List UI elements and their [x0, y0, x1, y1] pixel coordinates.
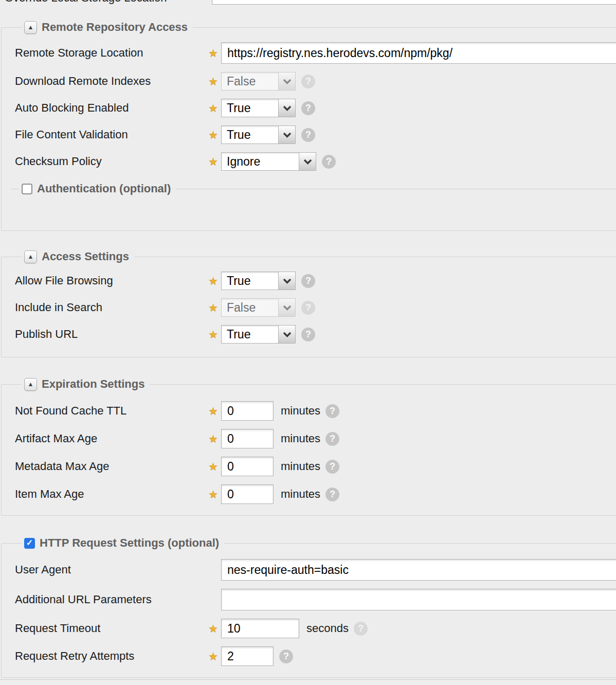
publish-url-row: Publish URL ★ True ?: [15, 325, 616, 344]
request-timeout-input[interactable]: [221, 619, 299, 638]
required-star-icon: ★: [209, 462, 218, 472]
field-label: Remote Storage Location: [15, 46, 209, 60]
section-title: HTTP Request Settings (optional): [40, 536, 219, 550]
request-retry-attempts-input[interactable]: [221, 646, 274, 666]
required-star-icon: ★: [209, 157, 218, 167]
artifact-max-age-input[interactable]: [221, 429, 274, 448]
help-icon[interactable]: ?: [301, 128, 315, 142]
metadata-max-age-input[interactable]: [221, 457, 274, 476]
auto-blocking-enabled-select[interactable]: True: [221, 99, 296, 117]
section-title: Access Settings: [42, 250, 129, 263]
required-star-icon: ★: [209, 330, 218, 339]
collapse-button[interactable]: ▲: [24, 250, 37, 263]
section-title: Authentication (optional): [37, 182, 171, 195]
chevron-down-icon: [278, 299, 295, 316]
help-icon[interactable]: ?: [301, 301, 315, 315]
auto-blocking-enabled-row: Auto Blocking Enabled ★ True ?: [15, 99, 616, 117]
check-icon: ✓: [26, 539, 33, 547]
field-label: Metadata Max Age: [15, 460, 209, 473]
required-star-icon: ★: [209, 77, 218, 86]
access-settings-fieldset: ▲ Access Settings Allow File Browsing ★ …: [1, 250, 616, 357]
field-label: Download Remote Indexes: [15, 75, 209, 88]
required-star-icon: ★: [209, 490, 218, 499]
allow-file-browsing-select[interactable]: True: [221, 272, 296, 290]
include-in-search-select: False: [221, 298, 296, 317]
download-remote-indexes-select: False: [221, 72, 296, 91]
remote-repository-access-fieldset: ▲ Remote Repository Access Remote Storag…: [1, 21, 616, 231]
metadata-max-age-row: Metadata Max Age ★ minutes ?: [15, 457, 616, 476]
required-star-icon: ★: [209, 48, 218, 58]
chevron-down-icon: [278, 326, 295, 343]
unit-label: minutes: [281, 488, 320, 501]
required-star-icon: ★: [209, 303, 218, 313]
authentication-fieldset: Authentication (optional): [11, 182, 616, 219]
additional-url-parameters-row: Additional URL Parameters: [15, 589, 616, 610]
required-star-icon: ★: [209, 130, 218, 140]
http-request-settings-checkbox[interactable]: ✓: [24, 538, 35, 549]
help-icon[interactable]: ?: [279, 650, 293, 663]
authentication-legend: Authentication (optional): [19, 182, 176, 195]
file-content-validation-row: File Content Validation ★ True ?: [15, 125, 616, 144]
help-icon[interactable]: ?: [301, 328, 315, 341]
field-label: Auto Blocking Enabled: [15, 101, 209, 115]
unit-label: seconds: [306, 622, 349, 635]
http-request-settings-legend: ✓ HTTP Request Settings (optional): [22, 536, 224, 550]
chevron-down-icon: [278, 99, 295, 117]
checksum-policy-row: Checksum Policy ★ Ignore ?: [15, 152, 616, 171]
help-icon[interactable]: ?: [301, 75, 315, 88]
authentication-checkbox[interactable]: [22, 184, 32, 194]
collapse-up-icon: ▲: [28, 24, 34, 30]
chevron-down-icon: [278, 272, 295, 290]
help-icon[interactable]: ?: [322, 155, 336, 169]
additional-url-parameters-input[interactable]: [221, 589, 616, 610]
required-star-icon: ★: [209, 434, 218, 444]
help-icon[interactable]: ?: [354, 622, 368, 636]
item-max-age-input[interactable]: [221, 484, 274, 504]
help-icon[interactable]: ?: [325, 432, 339, 446]
override-local-storage-input[interactable]: [212, 0, 616, 5]
field-label: Include in Search: [15, 301, 209, 314]
not-found-cache-ttl-input[interactable]: [221, 401, 274, 421]
required-star-icon: ★: [209, 276, 218, 286]
unit-label: minutes: [281, 432, 320, 445]
collapse-up-icon: ▲: [28, 254, 34, 260]
help-icon[interactable]: ?: [325, 404, 339, 418]
item-max-age-row: Item Max Age ★ minutes ?: [15, 484, 616, 504]
allow-file-browsing-row: Allow File Browsing ★ True ?: [15, 272, 616, 290]
publish-url-select[interactable]: True: [221, 325, 296, 344]
field-label: Checksum Policy: [15, 155, 209, 168]
chevron-down-icon: [278, 126, 295, 143]
help-icon[interactable]: ?: [325, 488, 339, 501]
field-label: User Agent: [15, 563, 209, 576]
section-title: Remote Repository Access: [42, 21, 188, 34]
user-agent-input[interactable]: [221, 559, 616, 581]
collapse-button[interactable]: ▲: [24, 378, 37, 391]
collapse-up-icon: ▲: [28, 381, 34, 387]
collapse-button[interactable]: ▲: [24, 21, 37, 34]
field-label: Publish URL: [15, 328, 209, 341]
unit-label: minutes: [281, 404, 320, 418]
file-content-validation-select[interactable]: True: [221, 125, 296, 144]
unit-label: minutes: [281, 460, 320, 473]
section-title: Expiration Settings: [42, 377, 144, 391]
checksum-policy-select[interactable]: Ignore: [221, 152, 316, 171]
remote-storage-location-row: Remote Storage Location ★: [15, 42, 616, 64]
help-icon[interactable]: ?: [301, 274, 315, 288]
help-icon[interactable]: ?: [301, 101, 315, 115]
expiration-settings-legend: ▲ Expiration Settings: [22, 377, 150, 391]
help-icon[interactable]: ?: [325, 460, 339, 474]
request-retry-attempts-row: Request Retry Attempts ★ ?: [15, 646, 616, 666]
field-label: Item Max Age: [15, 488, 209, 501]
include-in-search-row: Include in Search ★ False ?: [15, 298, 616, 317]
required-star-icon: ★: [209, 103, 218, 113]
remote-storage-location-input[interactable]: [221, 42, 616, 64]
field-label: Request Retry Attempts: [15, 650, 209, 663]
field-label: Not Found Cache TTL: [15, 404, 209, 418]
field-label: File Content Validation: [15, 128, 209, 141]
field-label: Additional URL Parameters: [15, 593, 209, 606]
panel-bottom-area: [0, 679, 616, 685]
not-found-cache-ttl-row: Not Found Cache TTL ★ minutes ?: [15, 401, 616, 421]
chevron-down-icon: [299, 153, 316, 170]
override-local-storage-row: Override Local Storage Location: [0, 0, 616, 21]
required-star-icon: ★: [209, 652, 218, 661]
